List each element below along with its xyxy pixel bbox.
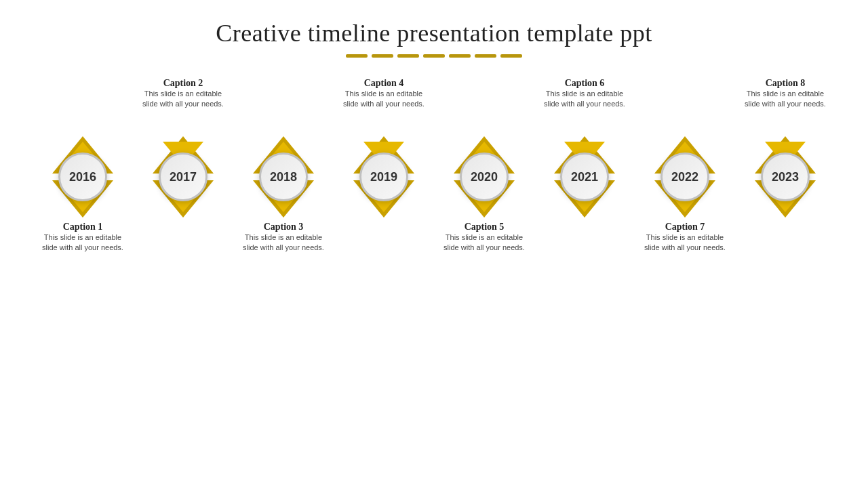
year-circle-8: 2023 xyxy=(761,152,810,201)
year-circle-2: 2017 xyxy=(159,152,208,201)
slide-title: Creative timeline presentation template … xyxy=(216,19,652,47)
diamond-7: 2022 xyxy=(654,136,715,218)
timeline-item-5: 2020 Caption 5 This slide is an editable… xyxy=(434,78,534,276)
year-5: 2020 xyxy=(471,170,498,184)
caption-text-5: This slide is an editable slide with all… xyxy=(443,232,525,253)
caption-title-6: Caption 6 xyxy=(565,78,605,89)
timeline-area: 2016 Caption 1 This slide is an editable… xyxy=(0,78,868,276)
decorative-line xyxy=(346,54,522,58)
caption-title-1: Caption 1 xyxy=(63,222,103,232)
year-2: 2017 xyxy=(170,170,197,184)
dash-7 xyxy=(500,54,522,58)
caption-title-4: Caption 4 xyxy=(364,78,404,89)
diamond-3: 2018 xyxy=(253,136,314,218)
year-7: 2022 xyxy=(671,170,698,184)
dash-4 xyxy=(423,54,445,58)
caption-title-7: Caption 7 xyxy=(665,222,705,232)
year-4: 2019 xyxy=(370,170,397,184)
caption-text-8: This slide is an editable slide with all… xyxy=(745,89,826,110)
caption-title-8: Caption 8 xyxy=(766,78,806,89)
timeline-item-1: 2016 Caption 1 This slide is an editable… xyxy=(33,78,133,276)
caption-title-5: Caption 5 xyxy=(465,222,505,232)
year-3: 2018 xyxy=(270,170,297,184)
slide: Creative timeline presentation template … xyxy=(0,0,868,488)
dash-2 xyxy=(372,54,393,58)
dash-1 xyxy=(346,54,368,58)
timeline-item-7: 2022 Caption 7 This slide is an editable… xyxy=(635,78,735,276)
diamond-5: 2020 xyxy=(454,136,515,218)
diamond-4: 2019 xyxy=(353,136,414,218)
diamond-1: 2016 xyxy=(52,136,113,218)
diamond-8: 2023 xyxy=(755,136,816,218)
year-1: 2016 xyxy=(69,170,96,184)
diamond-2: 2017 xyxy=(153,136,214,218)
year-circle-7: 2022 xyxy=(660,152,709,201)
year-6: 2021 xyxy=(571,170,598,184)
timeline-item-3: 2018 Caption 3 This slide is an editable… xyxy=(233,78,334,276)
dash-6 xyxy=(475,54,496,58)
caption-text-6: This slide is an editable slide with all… xyxy=(544,89,625,110)
caption-text-1: This slide is an editable slide with all… xyxy=(42,232,123,253)
year-8: 2023 xyxy=(772,170,799,184)
caption-title-3: Caption 3 xyxy=(264,222,304,232)
caption-title-2: Caption 2 xyxy=(163,78,203,89)
diamond-6: 2021 xyxy=(554,136,615,218)
timeline-item-2: Caption 2 This slide is an editable slid… xyxy=(133,78,233,276)
caption-text-2: This slide is an editable slide with all… xyxy=(142,89,224,110)
dash-5 xyxy=(449,54,471,58)
caption-text-4: This slide is an editable slide with all… xyxy=(343,89,425,110)
year-circle-6: 2021 xyxy=(560,152,609,201)
timeline-items: 2016 Caption 1 This slide is an editable… xyxy=(33,78,835,276)
timeline-item-4: Caption 4 This slide is an editable slid… xyxy=(334,78,434,276)
year-circle-3: 2018 xyxy=(259,152,308,201)
timeline-item-8: Caption 8 This slide is an editable slid… xyxy=(735,78,835,276)
year-circle-1: 2016 xyxy=(58,152,107,201)
dash-3 xyxy=(397,54,419,58)
year-circle-5: 2020 xyxy=(460,152,509,201)
caption-text-7: This slide is an editable slide with all… xyxy=(644,232,726,253)
timeline-item-6: Caption 6 This slide is an editable slid… xyxy=(534,78,635,276)
year-circle-4: 2019 xyxy=(359,152,408,201)
caption-text-3: This slide is an editable slide with all… xyxy=(243,232,324,253)
